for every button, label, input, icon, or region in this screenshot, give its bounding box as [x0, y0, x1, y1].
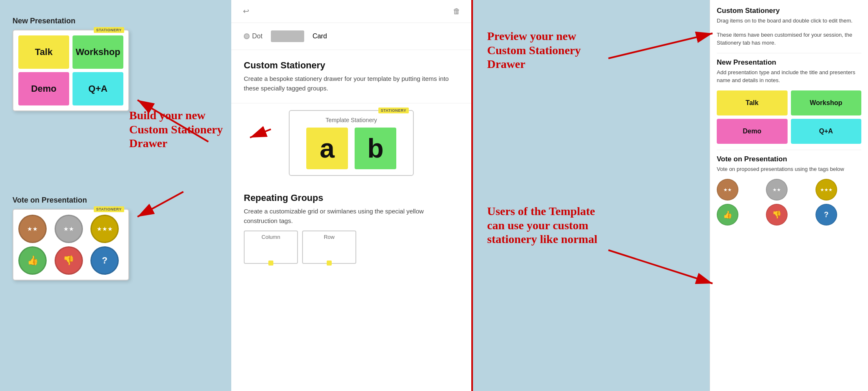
template-stationery-label: Template Stationery	[295, 117, 407, 123]
custom-stationery-heading: Custom Stationery	[244, 60, 459, 71]
dot-label: Dot	[252, 33, 263, 40]
stationery-badge-2: STATIONERY	[94, 206, 124, 212]
custom-stationery-section: Custom Stationery Create a bespoke stati…	[231, 50, 471, 103]
trash-button[interactable]: 🗑	[450, 5, 463, 18]
build-annotation-text: Build your newCustom StationeryDrawer	[129, 108, 238, 150]
panel-sticky-grid: Talk Workshop Demo Q+A	[717, 90, 861, 144]
panel-custom-stationery-desc: Drag items on to the board and double cl…	[717, 17, 861, 25]
vote-circles-grid: ★★ ★★ ★★★ 👍 👎 ?	[18, 215, 123, 275]
vote-circle-6: ?	[90, 246, 119, 275]
row-tag	[327, 261, 332, 266]
panel-sticky-talk: Talk	[717, 90, 788, 115]
right-annotation-area: Preview your newCustom StationeryDrawer …	[475, 0, 708, 391]
repeating-groups-section: Repeating Groups Create a customizable g…	[231, 183, 471, 274]
top-toolbar: ↩ 🗑	[231, 0, 471, 23]
panel-sticky-qa: Q+A	[791, 119, 862, 144]
trash-icon: 🗑	[453, 7, 460, 16]
tile-a: a	[306, 128, 348, 169]
template-stationery-badge: STATIONERY	[378, 108, 409, 113]
preview-annotation-text: Preview your newCustom StationeryDrawer	[487, 29, 581, 71]
sticky-demo: Demo	[18, 72, 69, 105]
repeating-groups-desc: Create a customizable grid or swimlanes …	[244, 207, 459, 226]
sticky-qa: Q+A	[73, 72, 123, 105]
panel-vote-2: ★★	[766, 179, 788, 201]
new-presentation-section: New Presentation STATIONERY Talk Worksho…	[13, 17, 221, 111]
far-right-panel: Custom Stationery Custom Stationery Drag…	[710, 0, 868, 391]
middle-panel: ↩ 🗑 Dot Card Custom Stationery Create a …	[231, 0, 473, 391]
divider-1	[717, 53, 861, 53]
panel-vote-6: ?	[815, 204, 837, 226]
dot-card-row: Dot Card	[231, 23, 471, 50]
vote-presentation-title: Vote on Presentation	[13, 196, 129, 205]
column-tag	[268, 261, 273, 266]
dot-radio[interactable]	[244, 33, 250, 39]
sticky-talk: Talk	[18, 35, 69, 69]
card-label: Card	[313, 33, 327, 40]
column-row-grid: Column Row	[244, 231, 459, 264]
sticky-notes-grid: Talk Workshop Demo Q+A	[18, 35, 123, 105]
divider-2	[717, 150, 861, 150]
panel-vote-1: ★★	[717, 179, 738, 201]
users-annotation-text: Users of the Templatecan use your custom…	[487, 204, 597, 246]
sticky-workshop: Workshop	[73, 35, 123, 69]
repeating-groups-heading: Repeating Groups	[244, 193, 459, 203]
panel-new-presentation-desc: Add presentation type and include the ti…	[717, 68, 861, 85]
users-annotation: Users of the Templatecan use your custom…	[487, 204, 597, 246]
panel-vote-3: ★★★	[815, 179, 837, 201]
column-label: Column	[262, 234, 280, 240]
column-box: Column	[244, 231, 298, 264]
undo-button[interactable]: ↩	[240, 5, 252, 18]
panel-vote-4: 👍	[717, 204, 738, 226]
panel-vote-grid: ★★ ★★ ★★★ 👍 👎 ?	[717, 179, 861, 226]
panel-vote-title: Vote on Presentation	[717, 155, 861, 163]
dot-option[interactable]: Dot	[244, 33, 263, 40]
ab-grid: a b	[295, 128, 407, 169]
panel-sticky-workshop: Workshop	[791, 90, 862, 115]
panel-vote-desc: Vote on proposed presentations using the…	[717, 165, 861, 173]
panel-custom-stationery-note: These items have been customised for you…	[717, 31, 861, 47]
row-box: Row	[302, 231, 356, 264]
new-presentation-card: STATIONERY Talk Workshop Demo Q+A	[13, 30, 129, 111]
card-rect	[271, 30, 304, 42]
build-annotation: Build your newCustom StationeryDrawer	[129, 108, 238, 150]
vote-circle-2: ★★	[55, 215, 83, 243]
vote-circle-4: 👍	[18, 246, 47, 275]
panel-vote-5: 👎	[766, 204, 788, 226]
tile-b: b	[355, 128, 396, 169]
new-presentation-title: New Presentation	[13, 17, 221, 25]
vote-circle-3: ★★★	[90, 215, 119, 243]
left-panel: New Presentation STATIONERY Talk Worksho…	[0, 0, 233, 391]
panel-custom-stationery-title: Custom Stationery	[717, 7, 861, 15]
vote-presentation-section: Vote on Presentation STATIONERY ★★ ★★ ★★…	[13, 196, 129, 281]
vote-presentation-card: STATIONERY ★★ ★★ ★★★ 👍 👎 ?	[13, 209, 129, 281]
vote-circle-5: 👎	[55, 246, 83, 275]
template-stationery-container: STATIONERY Template Stationery a b	[231, 103, 471, 183]
stationery-badge-1: STATIONERY	[94, 27, 124, 33]
row-label: Row	[324, 234, 335, 240]
vote-circle-1: ★★	[18, 215, 47, 243]
template-stationery-card: STATIONERY Template Stationery a b	[289, 110, 414, 176]
preview-annotation: Preview your newCustom StationeryDrawer	[487, 29, 581, 71]
panel-new-presentation-title: New Presentation	[717, 58, 861, 67]
panel-sticky-demo: Demo	[717, 119, 788, 144]
custom-stationery-desc: Create a bespoke stationery drawer for y…	[244, 74, 459, 93]
undo-icon: ↩	[243, 7, 249, 16]
